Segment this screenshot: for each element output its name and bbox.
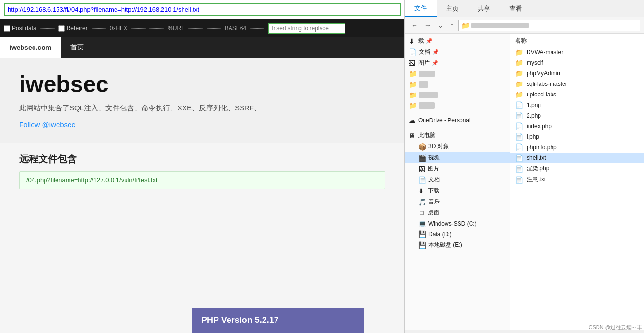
sidebar-item-music-label: 音乐: [428, 198, 440, 206]
onedrive-icon: ☁: [409, 117, 416, 124]
file-name-index: index.php: [527, 123, 639, 130]
base64-label: BASE64: [225, 25, 246, 32]
sidebar-item-folder2[interactable]: 📁: [405, 79, 510, 90]
file-row-2php[interactable]: 📄 2.php: [510, 110, 644, 121]
sidebar-item-videos-label: 视频: [428, 154, 440, 162]
browser-content: iwebsec 此网站中集合了SQL注入、文件包含、命令执行、XXE、反序列化、…: [0, 58, 404, 333]
folder-icon-sqli: 📁: [515, 80, 524, 88]
sidebar-item-folder4-label: [419, 102, 435, 109]
file-icon-render: 📄: [515, 165, 524, 173]
file-row-phpmyadmin[interactable]: 📁 phpMyAdmin: [510, 68, 644, 79]
download-icon: ⬇: [409, 37, 416, 45]
referrer-label: Referrer: [67, 25, 88, 32]
toolbar-row: Post data Referrer 0xHEX %URL BASE64: [0, 19, 404, 37]
hex-label: 0xHEX: [110, 25, 127, 32]
sidebar-item-folder1[interactable]: 📁: [405, 69, 510, 79]
sep6: [207, 28, 221, 29]
insert-string-input[interactable]: [268, 23, 345, 34]
tab-share[interactable]: 共享: [468, 0, 500, 17]
sidebar-item-music[interactable]: 🎵 音乐: [405, 196, 510, 207]
nav-bar: iwebsec.com 首页: [0, 37, 404, 58]
watermark: CSDN @过往云烟～丰: [589, 324, 642, 331]
post-data-label: Post data: [12, 25, 36, 32]
file-row-phpinfo[interactable]: 📄 phpinfo.php: [510, 142, 644, 153]
sidebar-item-download[interactable]: ⬇ 载 📌: [405, 36, 510, 47]
file-row-index[interactable]: 📄 index.php: [510, 121, 644, 131]
file-row-notice[interactable]: 📄 注意.txt: [510, 174, 644, 185]
tab-home[interactable]: 主页: [437, 0, 468, 17]
folder1-icon: 📁: [409, 70, 417, 78]
file-icon-2php: 📄: [515, 112, 524, 119]
file-list-panel: 名称 📁 DVWA-master 📁 myself 📁 phpMyAdmin 📁…: [510, 34, 644, 330]
hero-follow[interactable]: Follow @iwebsec: [19, 120, 385, 129]
file-row-shell[interactable]: 📄 shell.txt: [510, 153, 644, 163]
sidebar-item-pictures[interactable]: 🖼 图片 📌: [405, 58, 510, 69]
nav-home[interactable]: 首页: [61, 39, 93, 56]
sep4: [150, 28, 164, 29]
tab-view[interactable]: 查看: [500, 0, 531, 17]
file-list-header: 名称: [510, 36, 644, 47]
sidebar-item-folder3[interactable]: 📁: [405, 90, 510, 100]
sidebar-item-onedrive[interactable]: ☁ OneDrive - Personal: [405, 115, 510, 126]
dropdown-button[interactable]: ⌄: [436, 21, 446, 30]
name-column-header: 名称: [515, 37, 527, 45]
sidebar-item-folder1-label: [419, 71, 435, 77]
sidebar-item-local-e[interactable]: 💾 本地磁盘 (E:): [405, 239, 510, 250]
pin-icon-3: 📌: [432, 60, 438, 66]
sidebar-item-thispc-label: 此电脑: [418, 131, 436, 140]
divider1: [405, 113, 510, 113]
divider2: [405, 128, 510, 128]
referrer-checkbox[interactable]: Referrer: [58, 25, 88, 32]
file-row-myself[interactable]: 📁 myself: [510, 58, 644, 68]
file-name-render: 渲染.php: [527, 165, 639, 173]
url-example-box: /04.php?filename=http://127.0.0.1/vuln/f…: [19, 171, 385, 189]
thispc-icon: 🖥: [409, 132, 416, 140]
tab-file[interactable]: 文件: [405, 0, 437, 17]
file-row-render[interactable]: 📄 渲染.php: [510, 163, 644, 174]
sidebar-item-3dobjects[interactable]: 📦 3D 对象: [405, 141, 510, 152]
sidebar-item-docs2[interactable]: 📄 文档: [405, 174, 510, 185]
downloads-icon: ⬇: [418, 187, 426, 195]
videos-icon: 🎬: [418, 154, 426, 162]
sep1: [40, 28, 55, 29]
referrer-check[interactable]: [58, 25, 65, 32]
file-row-upload[interactable]: 📁 upload-labs: [510, 89, 644, 100]
back-button[interactable]: ←: [409, 21, 420, 30]
sidebar-item-folder2-label: [419, 81, 428, 88]
sidebar-item-docs[interactable]: 📄 文档 📌: [405, 47, 510, 58]
sidebar-item-pictures2[interactable]: 🖼 图片: [405, 163, 510, 174]
url-label: %URL: [168, 25, 184, 32]
sidebar-item-folder4[interactable]: 📁: [405, 100, 510, 111]
nav-site[interactable]: iwebsec.com: [0, 37, 61, 58]
sidebar-item-thispc[interactable]: 🖥 此电脑: [405, 130, 510, 141]
file-name-sqli: sqli-labs-master: [527, 81, 639, 87]
sidebar-item-docs2-label: 文档: [428, 176, 440, 184]
post-data-check[interactable]: [4, 25, 10, 32]
folder-icon-dvwa: 📁: [515, 48, 524, 56]
sidebar-item-data-d[interactable]: 💾 Data (D:): [405, 229, 510, 239]
file-row-dvwa[interactable]: 📁 DVWA-master: [510, 47, 644, 58]
explorer-body: ⬇ 载 📌 📄 文档 📌 🖼 图片 📌 📁 📁: [405, 34, 644, 330]
sidebar-item-desktop[interactable]: 🖥 桌面: [405, 207, 510, 218]
url-input[interactable]: http://192.168.6.153/fi//04.php?filename…: [4, 3, 401, 16]
sidebar-item-folder3-label: [419, 92, 438, 98]
sidebar-item-videos[interactable]: 🎬 视频: [405, 152, 510, 163]
browser-panel: http://192.168.6.153/fi//04.php?filename…: [0, 0, 405, 333]
post-data-checkbox[interactable]: Post data: [4, 25, 36, 32]
file-row-1png[interactable]: 📄 1.png: [510, 100, 644, 110]
forward-button[interactable]: →: [422, 21, 434, 30]
docs-icon: 📄: [409, 48, 417, 56]
sidebar-item-docs-label: 文档: [419, 48, 430, 56]
desktop-icon: 🖥: [418, 209, 426, 217]
docs2-icon: 📄: [418, 176, 426, 184]
file-icon-lphp: 📄: [515, 133, 524, 141]
sidebar-item-downloads[interactable]: ⬇ 下载: [405, 185, 510, 196]
sidebar-item-windows-ssd[interactable]: 💻 Windows-SSD (C:): [405, 218, 510, 229]
up-button[interactable]: ↑: [448, 21, 456, 30]
sidebar-item-local-e-label: 本地磁盘 (E:): [428, 241, 462, 249]
file-name-2php: 2.php: [527, 112, 639, 119]
hero-subtitle: 此网站中集合了SQL注入、文件包含、命令执行、XXE、反序列化、SSRF、: [19, 102, 385, 114]
path-bar[interactable]: 📁: [458, 20, 640, 31]
file-row-lphp[interactable]: 📄 l.php: [510, 131, 644, 142]
file-row-sqli[interactable]: 📁 sqli-labs-master: [510, 79, 644, 89]
